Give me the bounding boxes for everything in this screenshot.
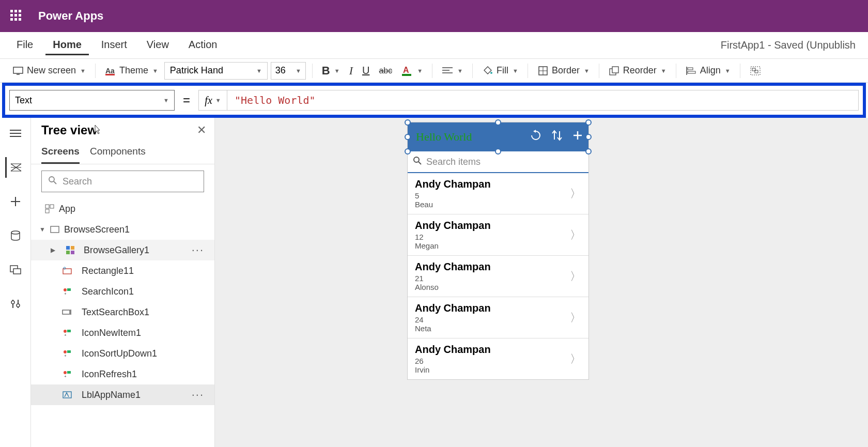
- tree-search-input[interactable]: Search: [41, 171, 204, 192]
- strikethrough-button[interactable]: abc: [376, 64, 395, 78]
- gallery-item-sub: Neta: [415, 324, 491, 333]
- tab-components[interactable]: Components: [90, 143, 146, 164]
- svg-rect-0: [13, 67, 23, 73]
- icon-control-icon: +: [62, 286, 72, 297]
- svg-point-26: [11, 231, 20, 234]
- more-icon[interactable]: ···: [192, 243, 204, 257]
- data-rail[interactable]: [5, 225, 26, 246]
- svg-rect-42: [71, 251, 74, 254]
- font-color-button[interactable]: A ▼: [398, 63, 426, 79]
- align-text-button[interactable]: ▼: [439, 63, 466, 79]
- add-icon[interactable]: [572, 130, 583, 144]
- gallery-item-num: 24: [415, 315, 491, 324]
- font-size-select[interactable]: 36 ▼: [271, 62, 306, 80]
- formula-input[interactable]: "Hello World": [227, 90, 859, 111]
- gallery-item[interactable]: Andy Champan 12 Megan 〉: [408, 214, 588, 256]
- insert-rail[interactable]: [5, 191, 26, 212]
- italic-button[interactable]: I: [346, 62, 356, 80]
- fill-button[interactable]: Fill ▼: [479, 63, 521, 79]
- tree-item-textsearchbox1[interactable]: TextSearchBox1: [31, 302, 214, 322]
- svg-text:+: +: [64, 353, 67, 358]
- chevron-right-icon: 〉: [570, 269, 581, 284]
- gallery-item-name: Andy Champan: [415, 220, 491, 232]
- fx-button[interactable]: fx▼: [198, 90, 227, 111]
- tree-screen-node[interactable]: ▼ BrowseScreen1: [31, 219, 214, 240]
- svg-point-31: [11, 301, 14, 304]
- screen-icon: [50, 224, 60, 235]
- gallery-item-num: 21: [415, 274, 491, 283]
- tab-screens[interactable]: Screens: [41, 143, 80, 164]
- tree-view-rail[interactable]: [5, 157, 26, 178]
- property-selector[interactable]: Text ▼: [9, 90, 175, 111]
- bold-button[interactable]: B▼: [319, 62, 343, 80]
- resize-handle[interactable]: [405, 148, 411, 155]
- svg-line-34: [54, 181, 56, 184]
- tree-item-iconrefresh1[interactable]: + IconRefresh1: [31, 364, 214, 384]
- tree-item-label: LblAppName1: [82, 390, 141, 400]
- canvas[interactable]: Hello World Search items: [215, 118, 868, 447]
- resize-handle[interactable]: [405, 134, 411, 140]
- resize-handle[interactable]: [495, 119, 501, 126]
- svg-rect-57: [67, 371, 71, 374]
- close-icon[interactable]: ✕: [197, 124, 206, 137]
- shape-icon: [62, 266, 72, 276]
- svg-rect-43: [63, 269, 71, 274]
- menu-view[interactable]: View: [140, 36, 176, 55]
- refresh-icon[interactable]: [530, 129, 542, 145]
- property-name: Text: [15, 95, 32, 106]
- chevron-right-icon: 〉: [570, 227, 581, 243]
- gallery-item[interactable]: Andy Champan 21 Alonso 〉: [408, 256, 588, 297]
- chevron-right-icon: 〉: [570, 351, 581, 367]
- svg-rect-40: [71, 246, 74, 250]
- svg-rect-36: [50, 205, 54, 208]
- menu-insert[interactable]: Insert: [94, 36, 134, 55]
- sort-icon[interactable]: [551, 129, 563, 145]
- tree-item-iconnewitem1[interactable]: + IconNewItem1: [31, 322, 214, 343]
- tree-item-browsegallery1[interactable]: ▶ BrowseGallery1 ···: [31, 240, 214, 260]
- gallery-item[interactable]: Andy Champan 26 Irvin 〉: [408, 338, 588, 379]
- gallery-item-name: Andy Champan: [415, 302, 491, 314]
- new-screen-button[interactable]: New screen ▼: [9, 63, 89, 79]
- menu-file[interactable]: File: [9, 36, 40, 55]
- svg-point-9: [490, 72, 492, 74]
- media-rail[interactable]: [5, 259, 26, 280]
- resize-handle[interactable]: [405, 119, 411, 126]
- formula-bar: Text ▼ = fx▼ "Hello World": [2, 83, 866, 118]
- border-button[interactable]: Border ▼: [534, 63, 593, 79]
- align-button[interactable]: Align ▼: [683, 63, 734, 79]
- left-rail: [0, 118, 31, 447]
- group-button[interactable]: [747, 63, 764, 79]
- hamburger-button[interactable]: [5, 123, 26, 144]
- resize-handle[interactable]: [585, 119, 592, 126]
- app-header-selected[interactable]: Hello World: [408, 122, 588, 151]
- menu-action[interactable]: Action: [181, 36, 225, 55]
- svg-rect-28: [13, 269, 21, 274]
- chevron-down-icon: ▼: [80, 68, 86, 74]
- border-label: Border: [552, 65, 580, 76]
- tree-item-iconsortupdown1[interactable]: + IconSortUpDown1: [31, 343, 214, 364]
- theme-icon: Aa: [105, 65, 116, 76]
- svg-rect-35: [45, 205, 49, 208]
- search-items-row[interactable]: Search items: [408, 151, 588, 173]
- theme-button[interactable]: Aa Theme ▼: [102, 63, 161, 79]
- tree-app-node[interactable]: App: [31, 198, 214, 219]
- reorder-button[interactable]: Reorder ▼: [606, 63, 670, 79]
- gallery-item[interactable]: Andy Champan 5 Beau 〉: [408, 173, 588, 214]
- resize-handle[interactable]: [495, 148, 501, 155]
- more-icon[interactable]: ···: [192, 388, 204, 402]
- tree-item-rectangle11[interactable]: Rectangle11: [31, 260, 214, 281]
- tools-rail[interactable]: [5, 294, 26, 314]
- app-icon: [44, 204, 55, 214]
- font-family-select[interactable]: Patrick Hand ▼: [164, 62, 268, 80]
- toolbar: New screen ▼ Aa Theme ▼ Patrick Hand ▼ 3…: [0, 59, 868, 83]
- align-label: Align: [700, 65, 721, 76]
- resize-handle[interactable]: [585, 134, 592, 140]
- tree-view-panel: Tree view ✕ Screens Components Search Ap…: [31, 118, 215, 447]
- gallery-item[interactable]: Andy Champan 24 Neta 〉: [408, 297, 588, 338]
- resize-handle[interactable]: [585, 148, 592, 155]
- underline-button[interactable]: U: [359, 63, 373, 79]
- menu-home[interactable]: Home: [45, 36, 89, 55]
- app-launcher-icon[interactable]: [10, 10, 23, 22]
- tree-item-lblappname1[interactable]: LblAppName1 ···: [31, 384, 214, 405]
- tree-item-searchicon1[interactable]: + SearchIcon1: [31, 281, 214, 302]
